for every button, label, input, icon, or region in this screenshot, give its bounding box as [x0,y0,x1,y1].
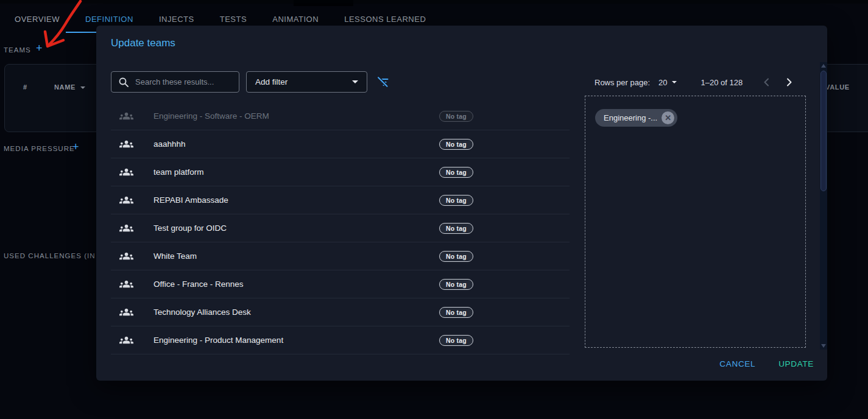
team-name: Engineering - Software - OERM [153,111,269,121]
add-filter-label: Add filter [255,77,288,86]
dialog-footer: CANCEL UPDATE [716,357,817,371]
search-input[interactable] [134,77,231,87]
top-notch [294,0,353,6]
team-tag-badge: No tag [439,223,473,234]
team-tag-badge: No tag [439,251,473,262]
team-name: Technology Alliances Desk [153,308,251,317]
top-strip [0,0,868,4]
tab-lessons-learned[interactable]: LESSONS LEARNED [331,12,439,27]
cancel-button[interactable]: CANCEL [716,357,759,371]
team-row[interactable]: REPABI Ambassade No tag [111,186,570,214]
groups-icon [119,193,133,207]
add-filter-select[interactable]: Add filter [246,71,367,93]
team-row[interactable]: White Team No tag [111,242,570,270]
team-name: Engineering - Product Management [153,336,283,345]
groups-icon [119,333,133,347]
team-row[interactable]: team platform No tag [111,158,570,186]
scroll-down-icon[interactable] [821,344,826,348]
pagination-range-label: 1–20 of 128 [701,78,743,87]
chip-remove-icon[interactable]: ✕ [662,111,674,124]
red-annotation-arrow [37,0,94,54]
search-box [111,71,239,93]
team-row[interactable]: Technology Alliances Desk No tag [111,298,570,326]
tab-tests[interactable]: TESTS [207,12,260,27]
team-row[interactable]: Office - France - Rennes No tag [111,270,570,298]
pagination-bar: Rows per page: 20 1–20 of 128 [595,74,795,90]
selected-team-chip-label: Engineering -... [604,113,657,122]
team-tag-badge: No tag [439,195,473,206]
team-list: Engineering - Software - OERM No tag aaa… [111,102,570,354]
caret-down-icon [352,80,358,83]
team-name: White Team [153,252,197,261]
column-header-hash: # [23,83,27,91]
selected-team-chip[interactable]: Engineering -... ✕ [595,109,677,127]
column-header-value: VALUE [825,83,850,91]
team-name: Test group for OIDC [153,224,227,233]
tab-definition[interactable]: DEFINITION [72,12,146,27]
app-root: OVERVIEW DEFINITION INJECTS TESTS ANIMAT… [0,0,868,419]
team-name: Office - France - Rennes [153,280,244,289]
column-header-name[interactable]: NAME [54,83,85,91]
add-team-button[interactable]: + [36,43,43,54]
team-name: team platform [153,167,204,177]
scrollbar-thumb[interactable] [820,71,827,191]
selected-teams-dropzone: Engineering -... ✕ [585,96,806,348]
team-tag-badge: No tag [439,139,473,150]
team-tag-badge: No tag [439,279,473,290]
team-tag-badge: No tag [439,111,473,122]
team-name: REPABI Ambassade [153,195,228,205]
chevron-left-icon [761,76,773,88]
groups-icon [119,305,133,319]
team-tag-badge: No tag [439,335,473,346]
teams-section-label: TEAMS [4,46,31,54]
tab-overview[interactable]: OVERVIEW [2,12,72,27]
update-button[interactable]: UPDATE [775,357,817,371]
groups-icon [119,277,133,291]
team-row[interactable]: Test group for OIDC No tag [111,214,570,242]
search-icon [118,77,129,88]
update-teams-dialog: Update teams Add filter Engineering - [96,26,827,381]
caret-down-icon [672,81,677,83]
groups-icon [119,221,133,235]
team-tag-badge: No tag [439,167,473,178]
chevron-right-icon [783,76,795,88]
groups-icon [119,165,133,179]
rows-per-page-label: Rows per page: [595,78,650,87]
team-name: aaahhhh [153,139,186,149]
dialog-scrollbar[interactable] [820,62,827,350]
groups-icon [119,109,133,123]
previous-page-button[interactable] [761,76,773,88]
groups-icon [119,249,133,263]
team-row[interactable]: Engineering - Software - OERM No tag [111,102,570,130]
media-pressure-section-label: MEDIA PRESSURE [4,145,75,152]
tab-injects[interactable]: INJECTS [146,12,207,27]
rows-per-page-select[interactable]: 20 [658,78,676,87]
sort-caret-icon [80,86,85,89]
main-tabs: OVERVIEW DEFINITION INJECTS TESTS ANIMAT… [2,12,439,27]
dialog-title: Update teams [111,37,175,49]
team-row[interactable]: Engineering - Product Management No tag [111,326,570,354]
tab-animation[interactable]: ANIMATION [259,12,331,27]
add-media-pressure-button[interactable]: + [72,141,79,152]
filter-off-icon[interactable] [376,76,390,89]
team-tag-badge: No tag [439,307,473,318]
groups-icon [119,137,133,151]
scroll-up-icon[interactable] [821,64,826,68]
next-page-button[interactable] [783,76,795,88]
team-row[interactable]: aaahhhh No tag [111,130,570,158]
